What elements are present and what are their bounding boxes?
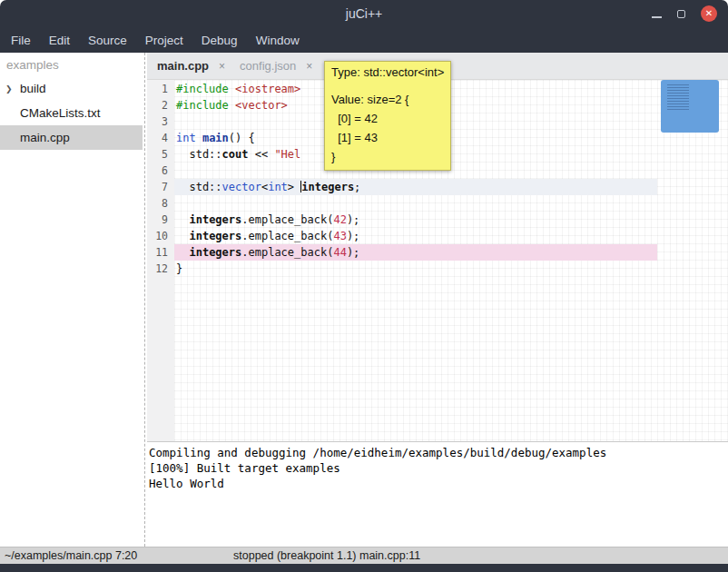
tooltip-value-line: } bbox=[331, 147, 444, 166]
output-line: [100%] Built target examples bbox=[149, 460, 728, 476]
tooltip-value-line: [0] = 42 bbox=[331, 109, 444, 128]
tree-item-label: main.cpp bbox=[20, 131, 70, 144]
minimize-icon bbox=[652, 16, 662, 18]
app-window: juCi++ ✕ FileEditSourceProjectDebugWindo… bbox=[0, 0, 728, 572]
line-content: integers.emplace_back(42); bbox=[174, 212, 657, 228]
menu-project[interactable]: Project bbox=[136, 27, 192, 53]
code-line-12[interactable]: 12} bbox=[147, 261, 657, 277]
minimap[interactable] bbox=[657, 80, 728, 441]
menu-window[interactable]: Window bbox=[247, 27, 309, 53]
line-number[interactable]: 12 bbox=[147, 261, 174, 277]
output-panel[interactable]: Compiling and debugging /home/eidheim/ex… bbox=[147, 443, 728, 547]
window-title: juCi++ bbox=[346, 6, 382, 21]
tab-label: config.json bbox=[240, 59, 296, 73]
line-content: integers.emplace_back(44); bbox=[174, 244, 657, 261]
line-number[interactable]: 4 bbox=[147, 130, 174, 146]
tooltip-value-block: Value: size=2 { [0] = 42 [1] = 43} bbox=[331, 90, 444, 166]
minimap-viewport-indicator[interactable] bbox=[661, 80, 719, 133]
project-name: examples bbox=[0, 53, 143, 76]
close-button[interactable]: ✕ bbox=[701, 5, 717, 22]
menubar: FileEditSourceProjectDebugWindow bbox=[0, 27, 728, 53]
line-number[interactable]: 9 bbox=[147, 212, 174, 228]
code-line-10[interactable]: 10 integers.emplace_back(43); bbox=[147, 228, 657, 244]
window-bottom-edge bbox=[0, 564, 728, 572]
tab-label: main.cpp bbox=[157, 59, 209, 73]
line-number[interactable]: 6 bbox=[147, 163, 174, 179]
titlebar: juCi++ ✕ bbox=[0, 0, 728, 27]
file-tree: ❯buildCMakeLists.txtmain.cpp bbox=[0, 76, 143, 150]
line-content: integers.emplace_back(43); bbox=[174, 228, 657, 244]
expander-icon[interactable]: ❯ bbox=[5, 84, 20, 94]
output-line: Hello World bbox=[149, 476, 728, 491]
line-content: std::vector<int> integers; bbox=[174, 179, 657, 195]
restore-icon bbox=[677, 10, 685, 18]
minimize-button[interactable] bbox=[652, 5, 662, 22]
output-line: Compiling and debugging /home/eidheim/ex… bbox=[149, 445, 728, 460]
tooltip-type-line: Type: std::vector<int> bbox=[331, 64, 444, 82]
tooltip-value-line: [1] = 43 bbox=[331, 128, 444, 147]
file-tree-panel: examples ❯buildCMakeLists.txtmain.cpp bbox=[0, 53, 143, 547]
tree-item-label: build bbox=[20, 82, 46, 95]
close-tab-icon[interactable]: × bbox=[219, 60, 225, 73]
code-line-8[interactable]: 8 bbox=[147, 195, 657, 212]
line-content: } bbox=[174, 261, 657, 277]
tree-item-main-cpp[interactable]: main.cpp bbox=[0, 125, 143, 150]
line-number[interactable]: 5 bbox=[147, 146, 174, 163]
line-number[interactable]: 3 bbox=[147, 113, 174, 130]
menu-debug[interactable]: Debug bbox=[192, 27, 247, 53]
line-number[interactable]: 7 bbox=[147, 179, 174, 195]
debug-status: stopped (breakpoint 1.1) main.cpp:11 bbox=[233, 549, 420, 562]
tab-main-cpp[interactable]: main.cpp× bbox=[157, 53, 225, 79]
restore-button[interactable] bbox=[677, 5, 685, 22]
line-number[interactable]: 1 bbox=[147, 81, 174, 97]
menu-source[interactable]: Source bbox=[79, 27, 136, 53]
close-icon: ✕ bbox=[705, 9, 713, 18]
statusbar: ~/examples/main.cpp 7:20 stopped (breakp… bbox=[0, 547, 728, 564]
line-number[interactable]: 11 bbox=[147, 244, 174, 261]
line-content bbox=[174, 195, 657, 212]
line-number[interactable]: 8 bbox=[147, 195, 174, 212]
tab-config-json[interactable]: config.json× bbox=[240, 53, 312, 79]
code-line-11[interactable]: 11 integers.emplace_back(44); bbox=[147, 244, 657, 261]
tree-item-cmakelists-txt[interactable]: CMakeLists.txt bbox=[0, 101, 143, 125]
tooltip-value-line: Value: size=2 { bbox=[331, 90, 444, 109]
code-line-9[interactable]: 9 integers.emplace_back(42); bbox=[147, 212, 657, 228]
cursor-location: ~/examples/main.cpp 7:20 bbox=[5, 549, 137, 562]
line-number[interactable]: 10 bbox=[147, 228, 174, 244]
tree-item-label: CMakeLists.txt bbox=[20, 106, 101, 120]
close-tab-icon[interactable]: × bbox=[306, 60, 312, 73]
menu-edit[interactable]: Edit bbox=[40, 27, 79, 53]
window-controls: ✕ bbox=[652, 0, 717, 27]
tree-item-build[interactable]: ❯build bbox=[0, 76, 143, 101]
code-line-7[interactable]: 7 std::vector<int> integers; bbox=[147, 179, 657, 195]
menu-file[interactable]: File bbox=[2, 27, 40, 53]
line-number[interactable]: 2 bbox=[147, 97, 174, 113]
debug-value-tooltip: Type: std::vector<int> Value: size=2 { [… bbox=[324, 61, 451, 171]
